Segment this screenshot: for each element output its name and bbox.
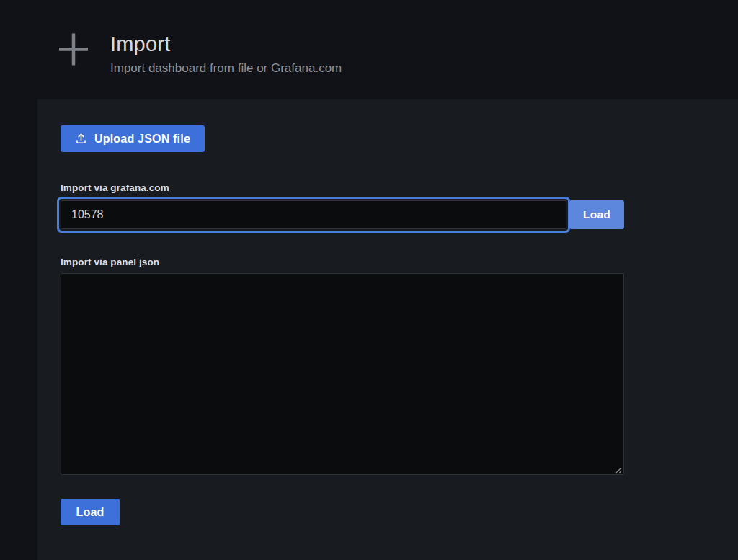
content-panel: Upload JSON file Import via grafana.com … xyxy=(37,99,738,560)
upload-button-label: Upload JSON file xyxy=(94,133,190,146)
panel-json-textarea[interactable] xyxy=(61,273,624,475)
gcom-dashboard-id-input[interactable] xyxy=(61,200,566,229)
page-subtitle: Import dashboard from file or Grafana.co… xyxy=(110,62,342,75)
page-header: Import Import dashboard from file or Gra… xyxy=(0,0,738,99)
upload-json-button[interactable]: Upload JSON file xyxy=(61,125,205,152)
gcom-load-button[interactable]: Load xyxy=(569,200,624,229)
page-title: Import xyxy=(110,33,342,55)
panel-json-load-button[interactable]: Load xyxy=(61,499,120,525)
gcom-row: Load xyxy=(61,200,624,229)
gcom-field: Import via grafana.com Load xyxy=(61,182,738,229)
gcom-label: Import via grafana.com xyxy=(61,182,738,193)
plus-icon xyxy=(59,33,88,66)
header-texts: Import Import dashboard from file or Gra… xyxy=(110,33,342,75)
panel-json-label: Import via panel json xyxy=(61,257,738,267)
panel-json-field: Import via panel json xyxy=(61,257,738,475)
import-page: { "header": { "title": "Import", "subtit… xyxy=(0,0,738,560)
upload-icon xyxy=(75,133,87,145)
panel-json-textarea-wrap xyxy=(61,273,624,475)
textarea-resize-handle[interactable] xyxy=(613,463,622,472)
